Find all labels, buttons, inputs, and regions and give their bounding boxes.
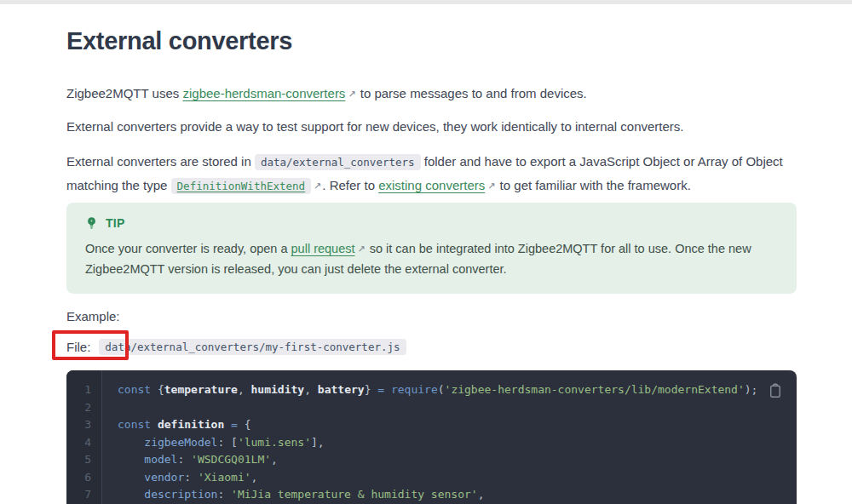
code-line: const definition = {	[118, 416, 757, 434]
code-token-kw: = require	[377, 383, 437, 396]
code-token-id: battery	[318, 383, 365, 396]
inline-code-type: DefinitionWithExtend	[171, 178, 312, 194]
external-link-icon: ↗	[314, 175, 321, 198]
code-token-pt: ],	[311, 436, 325, 449]
code-token-prop: vendor	[144, 471, 184, 484]
code-token-id: definition	[158, 418, 224, 431]
code-line: vendor: 'Xiaomi',	[118, 469, 757, 487]
external-link-icon: ↗	[358, 238, 366, 259]
clipboard-icon	[767, 382, 784, 399]
paragraph-intro: Zigbee2MQTT uses zigbee-herdsman-convert…	[66, 83, 797, 104]
code-token-pt	[118, 488, 144, 501]
paragraph-text: Zigbee2MQTT uses	[66, 86, 182, 100]
code-token-str: 'lumi.sens'	[238, 436, 311, 449]
code-token-pt: ,	[304, 383, 318, 396]
file-label: File:	[66, 340, 90, 354]
paragraph-text: to get familiar with the framework.	[496, 178, 690, 192]
link-definition-with-extend[interactable]: DefinitionWithExtend	[171, 178, 312, 192]
example-label: Example:	[66, 309, 797, 324]
code-block: 12345678 const {temperature, humidity, b…	[66, 370, 797, 504]
paragraph-storage: External converters are stored in data/e…	[66, 150, 797, 198]
link-pull-request[interactable]: pull request	[291, 242, 355, 255]
paragraph-text: to parse messages to and from devices.	[357, 86, 587, 100]
paragraph-description: External converters provide a way to tes…	[66, 117, 797, 137]
tip-label: TIP	[106, 216, 125, 230]
page-title: External converters	[66, 27, 797, 55]
code-token-pt	[118, 471, 144, 484]
tip-text: Once your converter is ready, open a pul…	[85, 238, 778, 279]
code-token-prop: description	[144, 488, 217, 501]
external-link-icon: ↗	[487, 175, 495, 198]
code-token-prop: model	[144, 453, 177, 466]
line-number: 7	[66, 486, 101, 504]
code-token-kw: const	[118, 383, 158, 396]
code-token-pt	[118, 436, 144, 449]
tip-text-part: Once your converter is ready, open a	[85, 242, 291, 255]
code-token-prop: zigbeeModel	[144, 436, 217, 449]
file-line: File: data/external_converters/my-first-…	[66, 335, 797, 358]
code-token-id: humidity	[251, 383, 305, 396]
link-existing-converters[interactable]: existing converters	[378, 178, 485, 192]
line-number: 3	[66, 416, 101, 434]
top-border	[0, 0, 852, 4]
line-number: 5	[66, 451, 101, 469]
inline-code-file-path: data/external_converters/my-first-conver…	[99, 339, 406, 355]
code-token-pt	[118, 453, 144, 466]
line-number: 1	[66, 381, 101, 399]
line-number: 6	[66, 469, 101, 487]
paragraph-text: External converters are stored in	[66, 154, 255, 169]
code-line: model: 'WSDCGQ01LM',	[118, 451, 757, 469]
code-line: const {temperature, humidity, battery} =…	[118, 381, 757, 399]
code-token-kw: =	[224, 418, 244, 431]
lightbulb-icon	[85, 216, 98, 230]
code-token-str: 'zigbee-herdsman-converters/lib/modernEx…	[445, 383, 745, 396]
code-line	[118, 399, 757, 417]
code-token-id: temperature	[164, 383, 238, 396]
code-token-str: 'WSDCGQ01LM'	[191, 453, 271, 466]
code-token-pt: :	[217, 488, 231, 501]
code-token-pt: ,	[271, 453, 278, 466]
code-token-pt: ,	[478, 488, 485, 501]
code-token-kw: const	[118, 418, 158, 431]
line-number: 2	[66, 399, 101, 417]
code-token-pt: }	[365, 383, 378, 396]
code-token-pt: ,	[251, 471, 258, 484]
link-zigbee-herdsman-converters[interactable]: zigbee-herdsman-converters	[182, 86, 345, 100]
doc-page: External converters Zigbee2MQTT uses zig…	[0, 27, 852, 504]
code-token-pt: ,	[238, 383, 251, 396]
code-token-pt: (	[438, 383, 445, 396]
code-token-str: 'MiJia temperature & humidity sensor'	[231, 488, 478, 501]
code-token-pt: :	[177, 453, 191, 466]
code-token-pt: :	[184, 471, 198, 484]
line-number: 4	[66, 434, 101, 452]
code-token-pt: {	[245, 418, 251, 431]
code-line-numbers: 12345678	[66, 370, 102, 504]
tip-header: TIP	[85, 216, 778, 230]
code-token-pt: );	[745, 383, 758, 396]
code-lines: const {temperature, humidity, battery} =…	[102, 370, 757, 504]
code-token-pt: {	[158, 383, 164, 396]
tip-callout: TIP Once your converter is ready, open a…	[66, 203, 797, 294]
inline-code-folder: data/external_converters	[255, 154, 421, 170]
code-line: zigbeeModel: ['lumi.sens'],	[118, 434, 757, 452]
paragraph-text: . Refer to	[322, 178, 378, 192]
external-link-icon: ↗	[348, 83, 355, 104]
code-line: description: 'MiJia temperature & humidi…	[118, 486, 757, 504]
code-token-pt: : [	[217, 436, 237, 449]
copy-code-button[interactable]	[763, 379, 787, 403]
code-token-str: 'Xiaomi'	[198, 471, 251, 484]
